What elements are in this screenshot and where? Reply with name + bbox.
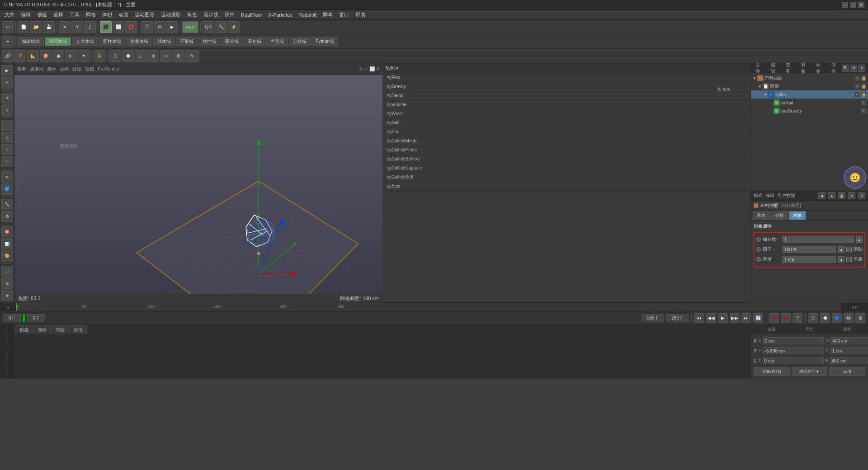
- left-panel-btn[interactable]: ⬅: [2, 36, 14, 47]
- lt-paint[interactable]: 🎨: [1, 250, 13, 262]
- fx-btn[interactable]: fx: [185, 50, 199, 62]
- end-frame-input[interactable]: [642, 314, 664, 322]
- keyframe3-btn[interactable]: 🔵: [832, 313, 842, 323]
- props-tab-coord[interactable]: 坐标: [771, 211, 788, 220]
- poly2[interactable]: ⬢: [122, 50, 134, 62]
- coord-abs-size-btn[interactable]: 绝对尺寸▼: [792, 367, 828, 376]
- lt-pen[interactable]: ✏: [1, 171, 13, 183]
- sphere-domain2-btn[interactable]: 球体域: [153, 37, 175, 46]
- syflex-item-11[interactable]: syCollideSelf: [382, 173, 750, 182]
- lt-rotate[interactable]: ↺: [1, 93, 13, 104]
- menu-item-帮助[interactable]: 帮助: [353, 10, 368, 19]
- play-btn[interactable]: ▶: [718, 313, 728, 323]
- save-button[interactable]: 💾: [43, 21, 55, 33]
- bottom-tab-calibrate[interactable]: 校准: [70, 325, 87, 334]
- menu-item-编辑[interactable]: 编辑: [18, 10, 33, 19]
- help-btn[interactable]: ?: [793, 313, 802, 323]
- lt-extra1[interactable]: ⬚: [1, 266, 13, 277]
- props-icon4[interactable]: ✕: [848, 192, 855, 199]
- syflex-item-9[interactable]: syCollideSphere: [382, 155, 750, 164]
- menu-item-RealFlow[interactable]: RealFlow: [238, 11, 264, 19]
- coord-y-pos[interactable]: [763, 347, 824, 354]
- menu-item-X-Particles[interactable]: X-Particles: [265, 11, 295, 19]
- vp-view[interactable]: 查看: [17, 66, 26, 72]
- vp-run[interactable]: 运行: [60, 66, 69, 72]
- props-icon3[interactable]: 🔒: [838, 192, 845, 199]
- tree-item-sysgravity[interactable]: 🟢 sysGravity ●: [751, 107, 868, 115]
- prop-input-factor[interactable]: [783, 246, 836, 253]
- lt-select[interactable]: ▶: [1, 65, 13, 76]
- prop-input-thickness[interactable]: [783, 256, 836, 263]
- edit-mode-btn[interactable]: 编辑模式: [18, 37, 44, 46]
- close-button[interactable]: ✕: [858, 2, 864, 8]
- syflex-item-3[interactable]: syVolume: [382, 100, 750, 109]
- menu-item-动画[interactable]: 动画: [116, 10, 131, 19]
- coord-apply-btn[interactable]: 应用: [829, 367, 865, 376]
- mode-label[interactable]: 模式: [754, 193, 763, 199]
- menu-item-角色[interactable]: 角色: [184, 10, 200, 19]
- lt-smooth[interactable]: ⚙: [1, 211, 13, 222]
- record-btn[interactable]: ⏺: [769, 313, 779, 323]
- coord-x-pos[interactable]: [763, 337, 824, 344]
- tree-item-synail[interactable]: 🟢 syNail ●: [751, 99, 868, 107]
- syflex-item-10[interactable]: syCollideCapsule: [382, 164, 750, 173]
- menu-item-体积[interactable]: 体积: [99, 10, 115, 19]
- tree-item-fabric[interactable]: ▼ 🟫 布料曲面 ● 🔒: [751, 74, 868, 82]
- lt-target[interactable]: 🎯: [1, 226, 13, 237]
- vp-prorender[interactable]: ProRender: [98, 66, 119, 71]
- lt-move[interactable]: ✛: [1, 77, 13, 89]
- prop-stepper-thickness[interactable]: ▲: [838, 256, 844, 263]
- menu-item-脚本[interactable]: 脚本: [320, 10, 335, 19]
- snap7-btn[interactable]: ✦: [78, 50, 90, 62]
- next-frame-btn[interactable]: ▶▶: [730, 313, 740, 323]
- snap5-btn[interactable]: ◉: [52, 50, 64, 62]
- rotate-z-tool[interactable]: Z: [84, 21, 96, 33]
- render-button[interactable]: 🎬: [141, 21, 153, 33]
- menu-item-Redshift[interactable]: Redshift: [296, 11, 319, 19]
- bottom-tab-create[interactable]: 创建: [15, 325, 33, 334]
- prev-frame-btn[interactable]: ◀◀: [706, 313, 716, 323]
- prop-checkbox-star[interactable]: [846, 257, 852, 262]
- snap4-btn[interactable]: 🎯: [40, 50, 52, 62]
- prop-radio-subdivisions[interactable]: [756, 237, 761, 242]
- lt-fill[interactable]: 🪣: [1, 183, 13, 195]
- current-frame-input[interactable]: [27, 314, 45, 322]
- move-tool[interactable]: ✕: [59, 21, 71, 33]
- syflex-item-12[interactable]: sySew: [382, 182, 750, 191]
- menu-item-文件[interactable]: 文件: [2, 10, 17, 19]
- syflex-item-0[interactable]: syFlex: [382, 73, 750, 82]
- render-active-button[interactable]: ▶: [166, 21, 178, 33]
- cube-domain-btn[interactable]: 立方体域: [72, 37, 98, 46]
- go-start-btn[interactable]: ⏮: [694, 313, 704, 323]
- color-domain-btn[interactable]: 看色域: [244, 37, 265, 46]
- vp-display[interactable]: 显示: [47, 66, 56, 72]
- coord-z-size[interactable]: [830, 357, 868, 364]
- menu-item-运动摄影[interactable]: 运动摄影: [158, 10, 184, 19]
- props-icon1[interactable]: ◀: [818, 192, 826, 199]
- bottom-tab-function[interactable]: 功能: [52, 325, 69, 334]
- lt-mode3[interactable]: ○: [1, 144, 13, 155]
- python-domain-btn[interactable]: Python域: [311, 37, 338, 46]
- syflex-item-4[interactable]: syWind: [382, 109, 750, 118]
- tree-item-syflex[interactable]: ▼ 🔵 syflex ● 🔒: [751, 90, 868, 99]
- syflex-item-7[interactable]: syCollideMesh: [382, 136, 750, 146]
- menu-item-窗口[interactable]: 窗口: [336, 10, 352, 19]
- props-tab-object[interactable]: 对象: [789, 211, 806, 220]
- menu-item-插件[interactable]: 插件: [222, 10, 237, 19]
- poly1[interactable]: ⬡: [109, 50, 121, 62]
- om-icon3[interactable]: ✕: [858, 65, 865, 72]
- userdata-label[interactable]: 用户数据: [777, 193, 795, 199]
- lock-icon1[interactable]: 🔒: [861, 75, 866, 81]
- axis-btn[interactable]: A: [94, 50, 105, 62]
- vis-icon2[interactable]: ●: [854, 84, 860, 89]
- syflex-item-1[interactable]: syGravity: [382, 82, 750, 91]
- props-tab-basic[interactable]: 基本: [753, 211, 770, 220]
- syflex-item-8[interactable]: syCollidePlane: [382, 146, 750, 155]
- poly3[interactable]: △: [135, 50, 146, 62]
- props-icon5[interactable]: ⚙: [858, 192, 865, 199]
- snap-btn[interactable]: 🔗: [2, 50, 14, 62]
- max-frame-input[interactable]: [666, 314, 689, 322]
- select-rect-tool[interactable]: ⬜: [113, 21, 124, 33]
- tree-item-layer[interactable]: ▼ 📑 图层 ● 🔒: [751, 82, 868, 90]
- edit-label[interactable]: 编辑: [765, 193, 774, 199]
